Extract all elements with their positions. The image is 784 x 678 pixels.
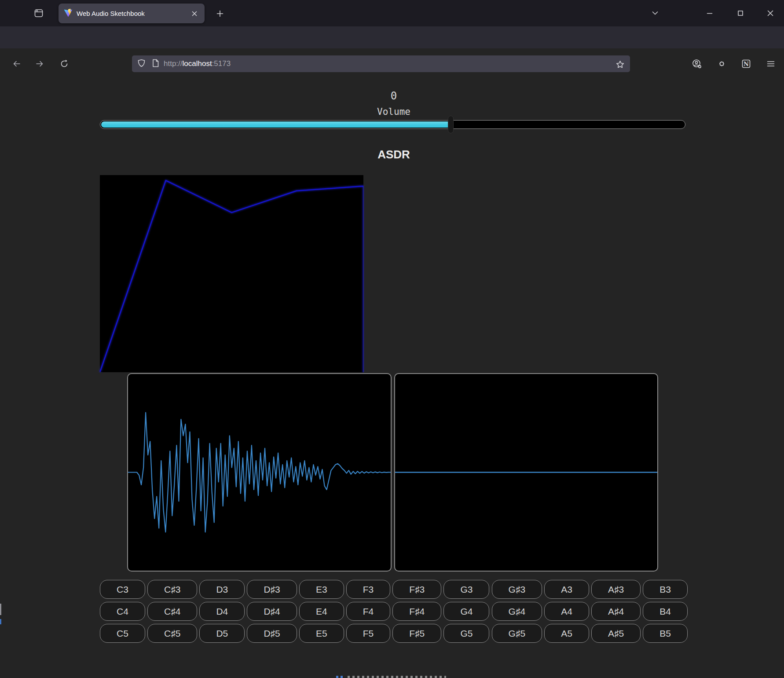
note-button-dsharp5[interactable]: D♯5: [247, 624, 297, 643]
clipped-footer-text-blue: [336, 676, 343, 678]
window-maximize-button[interactable]: [731, 4, 750, 22]
note-button-fsharp3[interactable]: F♯3: [392, 580, 441, 599]
waveform-canvas-left: [127, 373, 392, 572]
note-button-a3[interactable]: A3: [544, 580, 589, 599]
note-row: C5C♯5D5D♯5E5F5F♯5G5G♯5A5A♯5B5: [100, 624, 688, 643]
note-button-fsharp4[interactable]: F♯4: [392, 602, 441, 621]
page-info-icon[interactable]: [152, 59, 159, 69]
note-row: C3C♯3D3D♯3E3F3F♯3G3G♯3A3A♯3B3: [100, 580, 688, 599]
browser-tab[interactable]: Web Audio Sketchbook: [59, 4, 205, 23]
note-button-csharp5[interactable]: C♯5: [147, 624, 197, 643]
note-button-f4[interactable]: F4: [346, 602, 391, 621]
waveform-canvas-right: [394, 373, 658, 572]
note-button-fsharp5[interactable]: F♯5: [392, 624, 441, 643]
svg-text:N: N: [744, 61, 749, 67]
bookmark-star-icon[interactable]: [614, 59, 626, 70]
note-button-asharp4[interactable]: A♯4: [591, 602, 641, 621]
url-host: localhost: [183, 59, 212, 68]
vite-favicon: [64, 8, 73, 19]
tab-title: Web Audio Sketchbook: [77, 10, 189, 17]
window-close-button[interactable]: [761, 4, 780, 22]
note-button-e3[interactable]: E3: [299, 580, 344, 599]
note-button-dsharp3[interactable]: D♯3: [247, 580, 297, 599]
asdr-heading: ASDR: [100, 148, 688, 161]
note-button-a4[interactable]: A4: [544, 602, 589, 621]
note-row: C4C♯4D4D♯4E4F4F♯4G4G♯4A4A♯4B4: [100, 602, 688, 621]
note-button-g5[interactable]: G5: [443, 624, 489, 643]
url-bar[interactable]: http://localhost:5173: [132, 55, 630, 72]
reload-icon[interactable]: [55, 55, 73, 73]
menu-hamburger-icon[interactable]: [762, 55, 780, 73]
note-button-c4[interactable]: C4: [100, 602, 145, 621]
note-button-e5[interactable]: E5: [299, 624, 344, 643]
note-button-a5[interactable]: A5: [544, 624, 589, 643]
window-minimize-button[interactable]: [700, 4, 719, 22]
url-scheme: http://: [164, 59, 183, 68]
adsr-envelope-canvas[interactable]: [100, 175, 363, 372]
note-button-b4[interactable]: B4: [643, 602, 688, 621]
tab-close-icon[interactable]: [189, 8, 200, 19]
clipped-footer-text: [348, 676, 446, 678]
volume-value: 0: [100, 90, 688, 102]
forward-icon[interactable]: [31, 55, 48, 73]
edge-artifact-blue: [0, 619, 1, 624]
notion-icon[interactable]: N: [737, 55, 755, 73]
note-button-c5[interactable]: C5: [100, 624, 145, 643]
note-button-asharp5[interactable]: A♯5: [591, 624, 641, 643]
url-port: :5173: [212, 59, 231, 68]
note-button-b5[interactable]: B5: [643, 624, 688, 643]
note-button-asharp3[interactable]: A♯3: [591, 580, 641, 599]
note-button-f3[interactable]: F3: [346, 580, 391, 599]
note-button-gsharp4[interactable]: G♯4: [492, 602, 542, 621]
note-button-d3[interactable]: D3: [199, 580, 245, 599]
note-button-csharp4[interactable]: C♯4: [147, 602, 197, 621]
note-button-e4[interactable]: E4: [299, 602, 344, 621]
volume-slider-fill: [101, 121, 451, 128]
note-button-csharp3[interactable]: C♯3: [147, 580, 197, 599]
list-tabs-chevron-icon[interactable]: [646, 4, 664, 22]
url-text: http://localhost:5173: [164, 59, 231, 68]
note-button-gsharp3[interactable]: G♯3: [492, 580, 542, 599]
note-button-d4[interactable]: D4: [199, 602, 245, 621]
note-button-g3[interactable]: G3: [443, 580, 489, 599]
note-button-gsharp5[interactable]: G♯5: [492, 624, 542, 643]
shield-icon[interactable]: [137, 59, 146, 69]
browser-titlebar: Web Audio Sketchbook: [0, 0, 784, 26]
browser-toolbar: http://localhost:5173 N: [0, 26, 784, 48]
volume-slider[interactable]: [100, 120, 685, 129]
note-button-dsharp4[interactable]: D♯4: [247, 602, 297, 621]
account-icon[interactable]: [688, 55, 706, 73]
volume-slider-thumb[interactable]: [448, 116, 454, 133]
volume-label: Volume: [100, 106, 688, 117]
note-button-f5[interactable]: F5: [346, 624, 391, 643]
extensions-puzzle-icon[interactable]: [713, 55, 730, 73]
note-button-b3[interactable]: B3: [643, 580, 688, 599]
back-icon[interactable]: [8, 55, 26, 73]
note-keyboard: C3C♯3D3D♯3E3F3F♯3G3G♯3A3A♯3B3C4C♯4D4D♯4E…: [100, 580, 688, 643]
new-tab-button[interactable]: [212, 6, 228, 22]
note-button-g4[interactable]: G4: [443, 602, 489, 621]
note-button-d5[interactable]: D5: [199, 624, 245, 643]
note-button-c3[interactable]: C3: [100, 580, 145, 599]
firefox-view-icon[interactable]: [31, 5, 47, 21]
edge-artifact-gray: [0, 604, 1, 615]
